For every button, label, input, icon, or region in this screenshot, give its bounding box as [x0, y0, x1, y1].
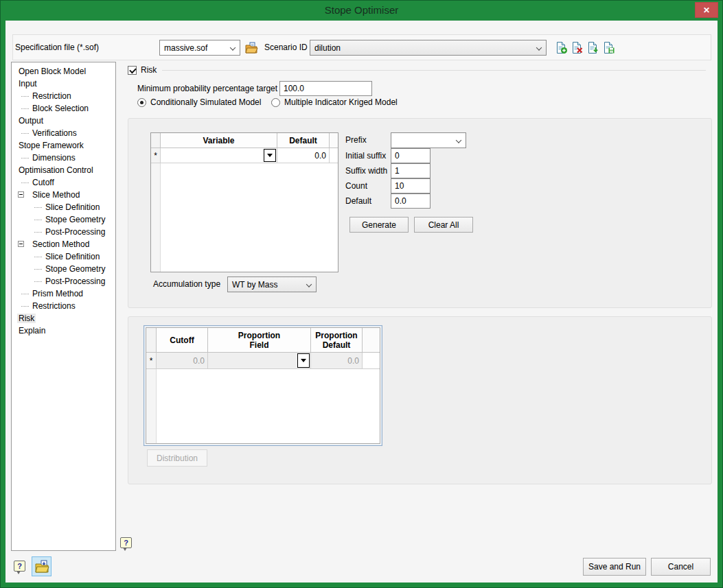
suffix-width-input[interactable] — [391, 163, 431, 178]
close-button[interactable]: ✕ — [695, 2, 718, 18]
variable-column-header: Variable — [161, 133, 277, 148]
sidebar-item-stope-geometry-2[interactable]: Stope Geometry — [12, 263, 115, 275]
sidebar-item-restrictions[interactable]: Restrictions — [12, 300, 115, 312]
cutoffs-table-focus-frame: Cutoff Proportion Field Proportion Defau… — [144, 325, 382, 446]
delete-scenario-button[interactable] — [570, 40, 584, 54]
generate-button[interactable]: Generate — [349, 217, 409, 233]
accumulation-type-combo[interactable]: WT by Mass — [227, 277, 317, 292]
new-row-marker: * — [146, 353, 157, 369]
open-folder-icon — [244, 41, 258, 55]
sidebar-item-slice-definition-2[interactable]: Slice Definition — [12, 250, 115, 263]
help-folder-button[interactable] — [32, 556, 51, 576]
sidebar-item-optimisation-control[interactable]: Optimisation Control — [12, 164, 115, 176]
multiple-indicator-radio[interactable] — [271, 98, 280, 107]
risk-checkbox-label: Risk — [141, 65, 157, 75]
proportion-field-cell[interactable] — [208, 353, 311, 369]
cutoff-column-header: Cutoff — [157, 328, 208, 353]
close-icon: ✕ — [703, 5, 710, 15]
proportion-default-cell[interactable]: 0.0 — [311, 353, 363, 369]
window-title: Stope Optimiser — [0, 4, 723, 16]
specification-file-combo[interactable]: massive.sof — [159, 40, 240, 56]
default-column-header: Default — [277, 133, 330, 148]
count-label: Count — [345, 181, 367, 191]
save-scenario-button[interactable] — [601, 40, 615, 54]
table-corner-cell — [146, 328, 157, 353]
variables-panel: Variable Default * 0.0 Prefix — [128, 118, 712, 308]
dialog-content: Specification file (*.sof) massive.sof S… — [5, 21, 718, 583]
specification-file-value: massive.sof — [164, 43, 207, 53]
sidebar-item-dimensions[interactable]: Dimensions — [12, 152, 115, 164]
accumulation-type-label: Accumulation type — [153, 279, 220, 290]
generator-default-input[interactable] — [391, 193, 431, 209]
collapse-icon[interactable] — [18, 191, 24, 198]
row-header-strip — [151, 163, 161, 272]
sidebar-item-verifications[interactable]: Verifications — [12, 127, 115, 139]
import-scenario-button[interactable] — [586, 40, 599, 54]
chevron-down-icon — [306, 281, 312, 287]
clear-all-button[interactable]: Clear All — [414, 217, 473, 233]
sidebar-item-explain[interactable]: Explain — [12, 325, 115, 337]
count-input[interactable] — [391, 178, 431, 193]
table-corner-cell — [151, 133, 161, 148]
help-icon[interactable]: ? — [120, 537, 132, 548]
sidebar-item-restriction[interactable]: Restriction — [12, 90, 115, 102]
sidebar-item-post-processing-2[interactable]: Post-Processing — [12, 275, 115, 287]
proportion-field-dropdown-button[interactable] — [297, 353, 310, 368]
sidebar-item-prism-method[interactable]: Prism Method — [12, 287, 115, 300]
variable-dropdown-button[interactable] — [264, 149, 276, 162]
default-cell[interactable]: 0.0 — [277, 148, 330, 163]
new-document-icon — [555, 41, 568, 54]
accumulation-type-value: WT by Mass — [232, 280, 277, 290]
distribution-button[interactable]: Distribution — [147, 449, 207, 467]
variables-table: Variable Default * 0.0 — [150, 132, 338, 272]
cutoffs-table: Cutoff Proportion Field Proportion Defau… — [146, 327, 380, 444]
min-probability-label: Minimum probability percentage target — [137, 84, 277, 94]
stope-optimiser-window: Stope Optimiser ✕ Specification file (*.… — [0, 0, 723, 588]
proportion-field-column-header: Proportion Field — [208, 328, 311, 353]
prefix-combo[interactable] — [391, 132, 466, 148]
row-filler-cell — [330, 148, 338, 163]
sidebar-item-open-block-model[interactable]: Open Block Model — [12, 65, 115, 78]
cutoff-cell[interactable]: 0.0 — [157, 353, 208, 369]
navigation-tree: Open Block Model Input Restriction Block… — [11, 62, 116, 551]
dropdown-arrow-icon — [267, 154, 273, 157]
new-row-marker: * — [151, 148, 161, 163]
risk-checkbox[interactable] — [128, 66, 137, 75]
sidebar-item-post-processing[interactable]: Post-Processing — [12, 226, 115, 238]
sidebar-item-output[interactable]: Output — [12, 115, 115, 127]
dropdown-arrow-icon — [301, 359, 306, 362]
row-filler-cell — [363, 353, 380, 369]
browse-file-button[interactable] — [244, 40, 258, 55]
scenario-id-label: Scenario ID — [264, 43, 308, 53]
multiple-indicator-label: Multiple Indicator Kriged Model — [284, 97, 398, 108]
help-icon[interactable]: ? — [14, 561, 25, 572]
initial-suffix-input[interactable] — [391, 148, 431, 163]
sidebar-item-block-selection[interactable]: Block Selection — [12, 102, 115, 115]
new-scenario-button[interactable] — [554, 40, 568, 54]
sidebar-item-stope-geometry[interactable]: Stope Geometry — [12, 213, 115, 226]
sidebar-item-section-method[interactable]: Section Method — [12, 238, 115, 250]
help-folder-icon — [34, 559, 49, 574]
table-empty-area — [146, 369, 380, 443]
chevron-down-icon — [536, 45, 542, 50]
sidebar-item-slice-method[interactable]: Slice Method — [12, 189, 115, 201]
scenario-id-combo[interactable]: dilution — [310, 40, 547, 56]
collapse-icon[interactable] — [18, 241, 24, 247]
sidebar-item-risk[interactable]: Risk — [12, 312, 115, 325]
sidebar-item-input[interactable]: Input — [12, 78, 115, 90]
variable-cell[interactable] — [161, 148, 277, 163]
conditionally-simulated-radio[interactable] — [137, 98, 146, 107]
cancel-button[interactable]: Cancel — [651, 558, 711, 576]
initial-suffix-label: Initial suffix — [345, 151, 386, 161]
row-header-strip — [146, 369, 157, 443]
cutoffs-panel: Cutoff Proportion Field Proportion Defau… — [128, 316, 712, 484]
save-and-run-button[interactable]: Save and Run — [583, 558, 646, 576]
table-empty-area — [151, 163, 338, 272]
sidebar-item-stope-framework[interactable]: Stope Framework — [12, 139, 115, 152]
chevron-down-icon — [230, 45, 236, 50]
sidebar-item-cutoff[interactable]: Cutoff — [12, 176, 115, 189]
prefix-label: Prefix — [345, 135, 367, 145]
proportion-default-column-header: Proportion Default — [311, 328, 363, 353]
sidebar-item-slice-definition[interactable]: Slice Definition — [12, 201, 115, 213]
min-probability-input[interactable] — [279, 81, 372, 96]
